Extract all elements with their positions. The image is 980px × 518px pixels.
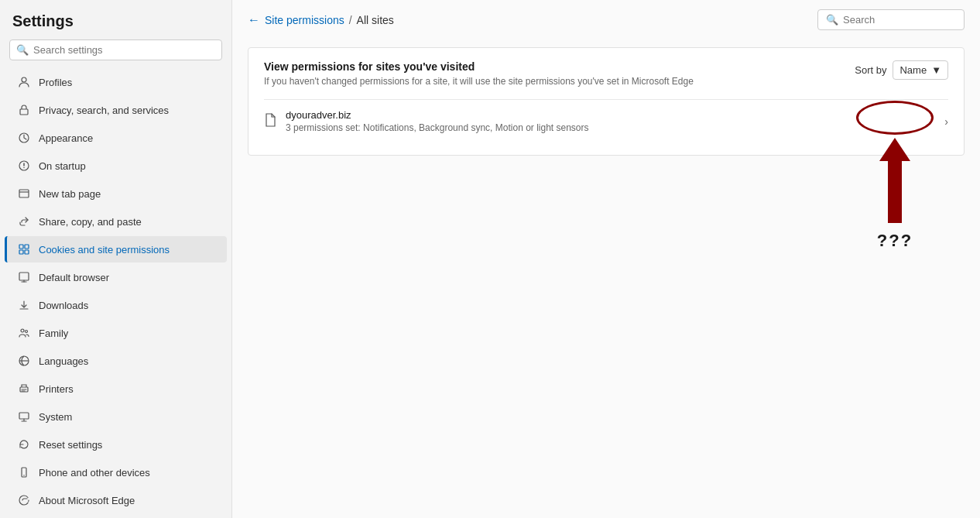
- site-info: dyouradver.biz 3 permissions set: Notifi…: [286, 109, 944, 133]
- svg-point-11: [21, 329, 24, 332]
- site-chevron-icon: ›: [944, 115, 948, 128]
- reset-icon: [17, 437, 31, 451]
- sidebar-item-reset[interactable]: Reset settings: [5, 431, 227, 458]
- sidebar-label-system: System: [39, 411, 72, 423]
- sidebar-item-newtab[interactable]: New tab page: [5, 180, 227, 207]
- sidebar-item-languages[interactable]: Languages: [5, 348, 227, 374]
- permissions-header-text: View permissions for sites you've visite…: [264, 60, 694, 87]
- svg-point-0: [22, 77, 26, 82]
- sidebar-label-startup: On startup: [39, 160, 86, 172]
- edge-icon: [17, 493, 31, 507]
- svg-rect-6: [19, 245, 23, 249]
- card-subtitle: If you haven't changed permissions for a…: [264, 76, 694, 87]
- default-browser-icon: [17, 270, 31, 284]
- newtab-icon: [17, 187, 31, 201]
- search-settings-input[interactable]: [33, 44, 215, 56]
- appearance-icon: [17, 131, 31, 145]
- sidebar-label-about: About Microsoft Edge: [39, 495, 135, 506]
- privacy-icon: [17, 103, 31, 117]
- svg-rect-9: [25, 250, 29, 254]
- sidebar-label-cookies: Cookies and site permissions: [39, 244, 170, 256]
- site-row[interactable]: dyouradver.biz 3 permissions set: Notifi…: [264, 99, 948, 142]
- sort-label: Sort by: [855, 64, 886, 76]
- languages-icon: [17, 354, 31, 368]
- sidebar-label-share: Share, copy, and paste: [39, 216, 142, 228]
- sidebar-item-appearance[interactable]: Appearance: [5, 125, 227, 151]
- printers-icon: [17, 382, 31, 396]
- sidebar-label-newtab: New tab page: [39, 188, 101, 200]
- sidebar-item-downloads[interactable]: Downloads: [5, 292, 227, 318]
- sidebar-item-startup[interactable]: On startup: [5, 153, 227, 179]
- sidebar-label-appearance: Appearance: [39, 132, 93, 144]
- search-settings-icon: 🔍: [16, 44, 29, 56]
- sidebar-item-cookies[interactable]: Cookies and site permissions: [5, 236, 227, 262]
- sidebar-item-default-browser[interactable]: Default browser: [5, 264, 227, 290]
- svg-rect-5: [19, 190, 29, 197]
- breadcrumb-current: All sites: [357, 14, 394, 26]
- sidebar-label-default-browser: Default browser: [39, 272, 109, 283]
- sidebar-item-printers[interactable]: Printers: [5, 376, 227, 402]
- sidebar-item-family[interactable]: Family: [5, 320, 227, 346]
- sort-dropdown[interactable]: Name ▼: [893, 60, 948, 80]
- site-file-icon: [264, 113, 276, 130]
- sort-by-container: Sort by Name ▼: [855, 60, 948, 80]
- cookies-icon: [17, 242, 31, 256]
- svg-point-17: [23, 475, 25, 476]
- chevron-down-icon: ▼: [931, 64, 941, 76]
- sidebar-label-printers: Printers: [39, 383, 74, 395]
- breadcrumb-sep: /: [349, 14, 352, 26]
- breadcrumb-link[interactable]: Site permissions: [265, 14, 344, 26]
- startup-icon: [17, 159, 31, 173]
- site-name: dyouradver.biz: [286, 109, 944, 121]
- sidebar-item-profiles[interactable]: Profiles: [5, 69, 227, 95]
- permissions-header: View permissions for sites you've visite…: [264, 60, 948, 87]
- content-area: View permissions for sites you've visite…: [232, 39, 980, 518]
- search-settings-box[interactable]: 🔍: [9, 39, 222, 60]
- sidebar-label-profiles: Profiles: [39, 77, 72, 88]
- sidebar-item-system[interactable]: System: [5, 403, 227, 430]
- sidebar-label-languages: Languages: [39, 355, 88, 367]
- profiles-icon: [17, 75, 31, 89]
- page-header: ← Site permissions / All sites 🔍: [232, 0, 980, 39]
- sidebar-label-downloads: Downloads: [39, 300, 88, 311]
- header-search-box[interactable]: 🔍: [817, 9, 965, 30]
- settings-title: Settings: [0, 6, 231, 39]
- phone-icon: [17, 465, 31, 479]
- main-content: ← Site permissions / All sites 🔍 View pe…: [232, 0, 980, 518]
- svg-rect-1: [20, 109, 28, 115]
- sidebar: Settings 🔍 Profiles Privacy, search, and…: [0, 0, 232, 518]
- system-icon: [17, 410, 31, 424]
- svg-rect-15: [19, 413, 29, 419]
- header-search-icon: 🔍: [826, 14, 838, 26]
- header-search-input[interactable]: [843, 14, 973, 26]
- breadcrumb: ← Site permissions / All sites: [248, 13, 394, 27]
- card-title: View permissions for sites you've visite…: [264, 60, 694, 73]
- sidebar-item-privacy[interactable]: Privacy, search, and services: [5, 97, 227, 123]
- sidebar-item-phone[interactable]: Phone and other devices: [5, 459, 227, 485]
- svg-point-4: [23, 167, 25, 169]
- sidebar-label-family: Family: [39, 328, 68, 339]
- svg-rect-10: [19, 273, 29, 280]
- sidebar-label-phone: Phone and other devices: [39, 467, 150, 479]
- permissions-card: View permissions for sites you've visite…: [248, 47, 965, 156]
- back-button[interactable]: ←: [248, 13, 260, 27]
- family-icon: [17, 326, 31, 340]
- sidebar-item-about[interactable]: About Microsoft Edge: [5, 487, 227, 513]
- site-desc: 3 permissions set: Notifications, Backgr…: [286, 122, 944, 133]
- sidebar-item-share[interactable]: Share, copy, and paste: [5, 208, 227, 235]
- sort-value: Name: [899, 64, 927, 76]
- downloads-icon: [17, 298, 31, 312]
- svg-rect-7: [25, 245, 29, 249]
- sidebar-label-privacy: Privacy, search, and services: [39, 105, 169, 116]
- share-icon: [17, 214, 31, 228]
- svg-point-12: [26, 331, 28, 333]
- sidebar-label-reset: Reset settings: [39, 439, 102, 451]
- svg-rect-8: [19, 250, 23, 254]
